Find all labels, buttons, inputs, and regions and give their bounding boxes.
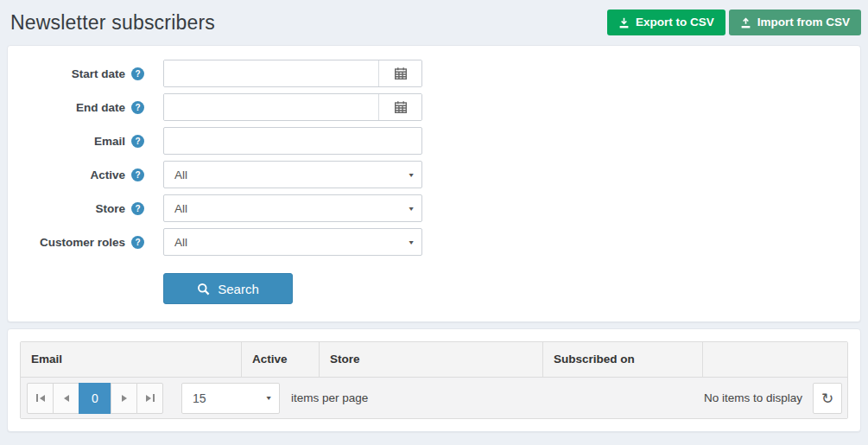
chevron-down-icon: ▾: [409, 171, 413, 179]
active-row: Active ? All ▾: [8, 161, 860, 188]
download-icon: [618, 17, 630, 29]
help-icon[interactable]: ?: [131, 101, 144, 114]
page-title: Newsletter subscribers: [10, 11, 215, 35]
email-input[interactable]: [163, 127, 422, 155]
column-header-email[interactable]: Email: [21, 342, 241, 377]
export-to-csv-button[interactable]: Export to CSV: [607, 10, 725, 35]
store-select[interactable]: All ▾: [163, 194, 422, 222]
subscribers-grid: Email Active Store Subscribed on 0: [20, 341, 848, 419]
customer-roles-select[interactable]: All ▾: [163, 228, 422, 256]
pager-buttons: 0: [27, 383, 163, 414]
chevron-down-icon: ▾: [409, 238, 413, 246]
content-header: Newsletter subscribers Export to CSV Imp…: [0, 0, 868, 45]
refresh-button[interactable]: ↻: [813, 383, 842, 414]
customer-roles-label: Customer roles: [40, 236, 125, 249]
help-icon[interactable]: ?: [131, 236, 144, 249]
header-buttons: Export to CSV Import from CSV: [607, 10, 861, 35]
column-header-subscribed-on[interactable]: Subscribed on: [542, 342, 702, 377]
active-select-value: All: [174, 168, 187, 181]
start-date-row: Start date ?: [8, 60, 860, 87]
arrow-right-icon: [146, 395, 151, 402]
search-panel: Start date ? End date: [7, 45, 861, 322]
store-select-value: All: [174, 202, 187, 215]
arrow-left-icon: [64, 395, 69, 402]
email-row: Email ?: [8, 127, 860, 155]
active-label: Active: [90, 168, 125, 181]
export-button-label: Export to CSV: [636, 16, 714, 29]
start-date-label: Start date: [72, 67, 125, 80]
column-header-store[interactable]: Store: [319, 342, 542, 377]
end-date-label: End date: [76, 101, 125, 114]
help-icon[interactable]: ?: [131, 135, 144, 148]
end-date-calendar-button[interactable]: [378, 94, 421, 120]
help-icon[interactable]: ?: [131, 67, 144, 80]
search-icon: [197, 283, 210, 296]
chevron-down-icon: ▾: [266, 394, 270, 402]
page-size-select[interactable]: 15 ▾: [181, 383, 280, 414]
last-page-button[interactable]: [136, 383, 163, 414]
seek-end-icon: [153, 394, 155, 402]
store-row: Store ? All ▾: [8, 194, 860, 222]
help-icon[interactable]: ?: [131, 168, 144, 181]
active-select[interactable]: All ▾: [163, 161, 422, 188]
search-button-label: Search: [218, 282, 259, 296]
customer-roles-select-value: All: [174, 236, 187, 249]
end-date-row: End date ?: [8, 93, 860, 121]
column-header-active[interactable]: Active: [241, 342, 319, 377]
calendar-icon: [394, 100, 408, 114]
arrow-left-icon: [40, 395, 45, 402]
start-date-input[interactable]: [164, 60, 378, 86]
start-date-calendar-button[interactable]: [378, 60, 421, 86]
pager-status-text: No items to display: [704, 391, 802, 404]
chevron-down-icon: ▾: [409, 205, 413, 213]
search-button[interactable]: Search: [163, 273, 293, 304]
previous-page-button[interactable]: [53, 383, 79, 414]
calendar-icon: [394, 67, 408, 80]
next-page-button[interactable]: [111, 383, 137, 414]
items-per-page-label: items per page: [291, 391, 368, 404]
page-size-value: 15: [193, 391, 206, 405]
store-label: Store: [95, 202, 125, 215]
help-icon[interactable]: ?: [131, 202, 144, 215]
current-page-button[interactable]: 0: [79, 383, 111, 414]
grid-header-row: Email Active Store Subscribed on: [21, 342, 847, 378]
customer-roles-row: Customer roles ? All ▾: [8, 228, 860, 256]
subscribers-grid-panel: Email Active Store Subscribed on 0: [7, 328, 861, 432]
import-from-csv-button[interactable]: Import from CSV: [729, 10, 861, 35]
first-page-button[interactable]: [27, 383, 54, 414]
seek-start-icon: [36, 394, 38, 402]
refresh-icon: ↻: [821, 390, 833, 407]
arrow-right-icon: [122, 395, 127, 402]
end-date-input[interactable]: [164, 94, 378, 120]
import-button-label: Import from CSV: [757, 16, 850, 29]
upload-icon: [740, 17, 751, 29]
email-label: Email: [94, 135, 125, 148]
column-header-actions: [702, 342, 847, 377]
grid-pager: 0 15 ▾ items per page No items to displa…: [21, 378, 847, 418]
